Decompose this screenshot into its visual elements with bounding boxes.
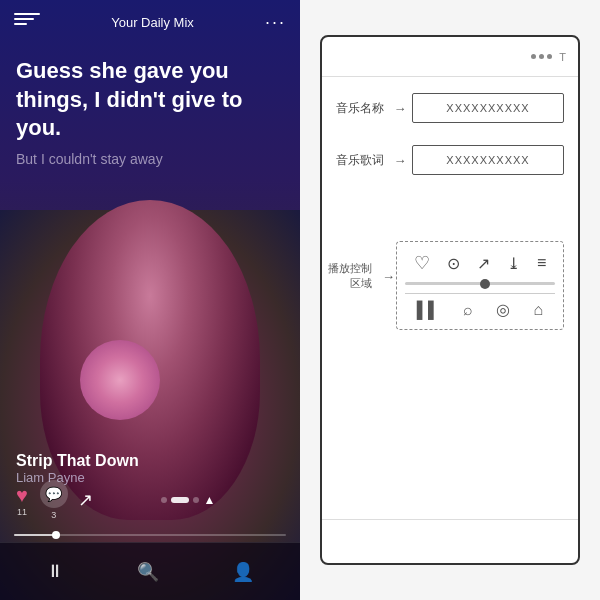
dot-3 — [193, 497, 199, 503]
pause-icon: ⏸ — [46, 561, 64, 582]
wf-progress-bar — [405, 282, 555, 285]
lyrics-label: 音乐歌词 — [336, 152, 388, 169]
share-button[interactable]: ↗ — [78, 489, 93, 511]
nav-profile-button[interactable]: 👤 — [232, 561, 254, 583]
share-icon: ↗ — [78, 489, 93, 511]
wireframe-header: T — [322, 37, 578, 77]
like-count: 11 — [17, 507, 27, 517]
wf-radio-icon: ◎ — [496, 300, 510, 319]
nav-play-button[interactable]: ⏸ — [46, 561, 64, 582]
dot-1 — [161, 497, 167, 503]
lyrics-arrow: → — [388, 153, 412, 168]
nav-search-button[interactable]: 🔍 — [137, 561, 159, 583]
flower-image — [80, 340, 160, 420]
progress-fill — [14, 534, 55, 536]
playlist-title: Your Daily Mix — [111, 15, 194, 30]
wf-user-icon: ⌂ — [534, 301, 544, 319]
lyrics-placeholder: XXXXXXXXXX — [446, 154, 529, 166]
wf-dot-1 — [531, 54, 536, 59]
controls-section-arrow: → — [382, 268, 395, 283]
chevron-up-icon[interactable]: ▲ — [203, 493, 215, 507]
wf-bars-icon: ▌▌ — [417, 301, 440, 319]
comment-icon: 💬 — [40, 480, 68, 508]
main-lyrics: Guess she gave you things, I didn't give… — [16, 57, 284, 143]
song-title: Strip That Down — [16, 452, 139, 470]
lyrics-box: XXXXXXXXXX — [412, 145, 564, 175]
profile-icon: 👤 — [232, 561, 254, 583]
wf-progress-dot — [480, 279, 490, 289]
wireframe-dots: T — [531, 51, 566, 63]
wireframe-panel: T 音乐名称 → XXXXXXXXXX 音乐歌词 → XXXXXXXXXX — [300, 0, 600, 600]
bottom-navigation: ⏸ 🔍 👤 — [0, 542, 300, 600]
dot-2-active — [171, 497, 189, 503]
wf-dot-2 — [539, 54, 544, 59]
controls-label: 播放控制 区域 — [328, 260, 372, 291]
music-name-arrow: → — [388, 101, 412, 116]
controls-section: ♡ ⊙ ↗ ⤓ ≡ ▌▌ ⌕ ◎ ⌂ — [396, 241, 564, 330]
comment-count: 3 — [51, 510, 56, 520]
wf-share-icon: ↗ — [477, 254, 490, 273]
music-name-placeholder: XXXXXXXXXX — [446, 102, 529, 114]
more-options-button[interactable]: ··· — [265, 12, 286, 33]
progress-bar[interactable] — [14, 534, 286, 536]
sub-lyrics: But I couldn't stay away — [16, 151, 284, 167]
wf-dot-3 — [547, 54, 552, 59]
lyrics-row: 音乐歌词 → XXXXXXXXXX — [336, 145, 564, 175]
wf-list-icon: ≡ — [537, 254, 546, 272]
wf-download-icon: ⤓ — [507, 254, 520, 273]
music-name-box: XXXXXXXXXX — [412, 93, 564, 123]
music-name-row: 音乐名称 → XXXXXXXXXX — [336, 93, 564, 123]
controls-row: ♥ 11 💬 3 ↗ ▲ — [0, 480, 300, 520]
music-name-label: 音乐名称 — [336, 100, 388, 117]
wireframe-footer — [322, 519, 578, 563]
controls-icons: ♡ ⊙ ↗ ⤓ ≡ — [405, 252, 555, 274]
like-button[interactable]: ♥ 11 — [16, 484, 28, 517]
heart-icon: ♥ — [16, 484, 28, 507]
wf-search-icon: ⌕ — [463, 301, 473, 319]
wireframe-frame: T 音乐名称 → XXXXXXXXXX 音乐歌词 → XXXXXXXXXX — [320, 35, 580, 565]
app-logo[interactable] — [14, 13, 40, 33]
comment-button[interactable]: 💬 3 — [40, 480, 68, 520]
wf-header-label: T — [559, 51, 566, 63]
wf-heart-icon: ♡ — [414, 252, 430, 274]
lyrics-section: Guess she gave you things, I didn't give… — [0, 43, 300, 173]
wf-bottom-nav: ▌▌ ⌕ ◎ ⌂ — [405, 293, 555, 319]
app-header: Your Daily Mix ··· — [0, 0, 300, 43]
search-icon: 🔍 — [137, 561, 159, 583]
progress-area[interactable] — [0, 534, 300, 536]
wf-comment-icon: ⊙ — [447, 254, 460, 273]
wireframe-body: 音乐名称 → XXXXXXXXXX 音乐歌词 → XXXXXXXXXX — [322, 77, 578, 519]
pagination-dots: ▲ — [93, 493, 284, 507]
music-player-panel: Your Daily Mix ··· Guess she gave you th… — [0, 0, 300, 600]
